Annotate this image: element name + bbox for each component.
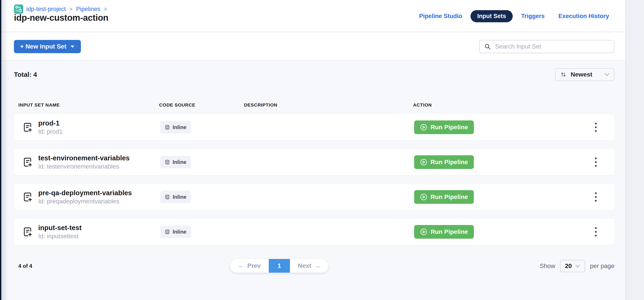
next-label: Next — [298, 262, 312, 269]
code-source-label: Inline — [172, 229, 186, 235]
per-page-label: per page — [590, 263, 614, 270]
page-size-select[interactable]: 20 — [560, 260, 585, 272]
breadcrumb-pipelines-link[interactable]: Pipelines — [76, 6, 100, 12]
column-action: ACTION — [413, 102, 614, 108]
next-page-button[interactable]: Next → — [290, 259, 329, 273]
toolbar: + New Input Set — [1, 33, 626, 61]
total-count: Total: 4 — [14, 71, 37, 78]
search-icon — [484, 43, 491, 50]
new-input-set-button[interactable]: + New Input Set — [14, 40, 81, 53]
page-header: idp-test-project > Pipelines > idp-new-c… — [1, 0, 626, 32]
pagination-range: 4 of 4 — [14, 263, 32, 269]
new-input-set-label: + New Input Set — [20, 43, 66, 50]
page-size-control: Show 20 per page — [540, 260, 614, 272]
prev-page-button[interactable]: ← Prev — [230, 259, 269, 273]
play-circle-icon — [420, 193, 428, 201]
kebab-icon — [595, 227, 597, 236]
inline-source-icon — [165, 229, 170, 235]
input-set-id: Id: inputsettest — [38, 232, 82, 240]
run-pipeline-button[interactable]: Run Pipeline — [414, 121, 474, 134]
table-row[interactable]: test-environement-variables Id: testenvi… — [14, 149, 614, 175]
input-set-name[interactable]: test-environement-variables — [38, 154, 130, 162]
chevron-down-icon — [604, 73, 610, 76]
code-source-label: Inline — [172, 159, 186, 165]
run-pipeline-button[interactable]: Run Pipeline — [414, 155, 474, 169]
sort-dropdown[interactable]: Newest — [555, 68, 614, 81]
row-menu-button[interactable] — [592, 190, 600, 204]
row-menu-button[interactable] — [592, 121, 600, 134]
code-source-badge: Inline — [160, 226, 191, 238]
code-source-badge: Inline — [160, 191, 191, 203]
run-pipeline-label: Run Pipeline — [430, 228, 468, 235]
input-set-id: Id: prod1 — [38, 128, 63, 136]
table-header: INPUT SET NAME CODE SOURCE DESCRIPTION A… — [14, 102, 614, 114]
sort-arrows-icon — [560, 71, 567, 78]
table-row[interactable]: pre-qa-deployment-variables Id: preqadep… — [14, 184, 614, 210]
run-pipeline-button[interactable]: Run Pipeline — [414, 225, 474, 239]
column-input-set-name: INPUT SET NAME — [18, 102, 159, 108]
input-set-name[interactable]: input-set-test — [38, 224, 82, 232]
pipeline-logo-icon — [14, 4, 23, 14]
input-sets-panel: Total: 4 Newest INPUT SET NAME CODE SOUR… — [1, 61, 626, 300]
pager-control: ← Prev 1 Next → — [230, 259, 328, 273]
input-set-id: Id: preqadeploymentvariables — [38, 197, 132, 205]
row-menu-button[interactable] — [592, 155, 600, 169]
breadcrumb-project-link[interactable]: idp-test-project — [26, 6, 66, 12]
kebab-icon — [595, 157, 597, 167]
pagination: 4 of 4 ← Prev 1 Next → Show 20 per page — [14, 259, 614, 273]
page-number-button[interactable]: 1 — [269, 259, 290, 273]
column-description: DESCRIPTION — [244, 102, 413, 108]
row-menu-button[interactable] — [592, 225, 600, 239]
breadcrumb-separator: > — [70, 6, 73, 12]
input-set-id: Id: testenvironementvariables — [38, 162, 130, 170]
left-edge-strip — [0, 0, 1, 300]
play-circle-icon — [420, 228, 428, 236]
input-set-icon — [22, 226, 34, 238]
inline-source-icon — [165, 194, 170, 200]
run-pipeline-label: Run Pipeline — [430, 193, 468, 200]
sort-value: Newest — [571, 71, 592, 78]
code-source-label: Inline — [172, 194, 186, 200]
breadcrumb: idp-test-project > Pipelines > — [14, 4, 108, 14]
kebab-icon — [595, 192, 597, 202]
tab-execution-history[interactable]: Execution History — [553, 10, 614, 22]
input-set-name[interactable]: prod-1 — [38, 119, 63, 128]
code-source-badge: Inline — [160, 121, 191, 134]
breadcrumb-separator: > — [104, 6, 107, 12]
arrow-right-icon: → — [314, 263, 320, 269]
inline-source-icon — [165, 159, 170, 165]
input-set-name[interactable]: pre-qa-deployment-variables — [38, 189, 132, 197]
input-set-icon — [22, 156, 34, 168]
play-circle-icon — [420, 158, 428, 166]
tab-pipeline-studio[interactable]: Pipeline Studio — [414, 10, 468, 22]
tab-triggers[interactable]: Triggers — [516, 10, 550, 22]
code-source-badge: Inline — [160, 156, 191, 168]
right-gutter — [626, 0, 644, 300]
table-row[interactable]: prod-1 Id: prod1 Inline — [14, 114, 614, 140]
kebab-icon — [595, 123, 597, 132]
search-input[interactable] — [494, 43, 610, 50]
arrow-left-icon: ← — [238, 263, 244, 269]
prev-label: Prev — [247, 262, 261, 269]
input-set-icon — [22, 121, 34, 133]
run-pipeline-label: Run Pipeline — [430, 158, 468, 166]
show-label: Show — [540, 263, 555, 270]
inline-source-icon — [165, 125, 170, 130]
page-size-value: 20 — [565, 263, 572, 270]
run-pipeline-label: Run Pipeline — [430, 124, 468, 131]
page-title: idp-new-custom-action — [14, 13, 108, 23]
input-set-icon — [22, 191, 34, 203]
tab-input-sets[interactable]: Input Sets — [470, 10, 513, 22]
code-source-label: Inline — [172, 124, 186, 130]
search-box — [479, 40, 614, 53]
play-circle-icon — [420, 124, 428, 131]
table-row[interactable]: input-set-test Id: inputsettest Inline — [14, 219, 614, 245]
chevron-down-icon — [575, 265, 580, 268]
pipeline-tabs: Pipeline Studio Input Sets Triggers Exec… — [414, 10, 614, 22]
run-pipeline-button[interactable]: Run Pipeline — [414, 190, 474, 204]
caret-down-icon — [70, 45, 75, 48]
column-code-source: CODE SOURCE — [159, 102, 244, 108]
